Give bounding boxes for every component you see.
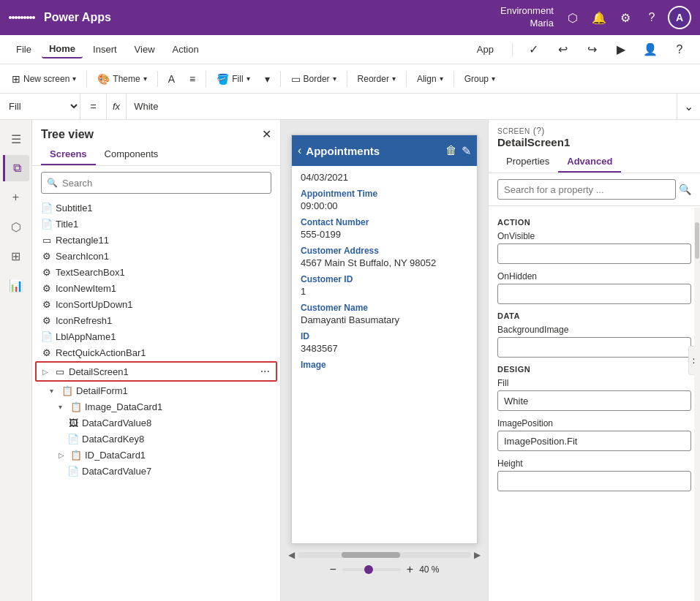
tree-item-subtitle1[interactable]: 📄 Subtitle1 <box>32 200 280 216</box>
zoom-slider[interactable] <box>342 568 401 571</box>
help-circle-icon[interactable]: (?) <box>533 126 545 136</box>
tab-advanced[interactable]: Advanced <box>558 151 621 173</box>
reorder-button[interactable]: Reorder ▾ <box>352 71 402 87</box>
reorder-caret: ▾ <box>392 75 396 83</box>
align-button[interactable]: Align ▾ <box>411 71 449 87</box>
sidebar-icon-plus[interactable]: + <box>3 184 29 211</box>
onvisible-field: OnVisible <box>497 231 691 264</box>
help-menu-icon[interactable]: ? <box>668 38 691 61</box>
tree-item-textsearchbox1[interactable]: ⚙ TextSearchBox1 <box>32 264 280 280</box>
tree-item-datacardkey8[interactable]: 📄 DataCardKey8 <box>32 431 280 447</box>
sidebar-icon-data[interactable]: ⬡ <box>3 213 29 240</box>
props-screen-name: DetailScreen1 <box>497 136 691 148</box>
help-icon[interactable]: ? <box>641 7 662 28</box>
tree-tab-screens[interactable]: Screens <box>41 144 96 165</box>
design-section-title: DESIGN <box>497 365 691 374</box>
toolbar-sep-6 <box>406 71 407 87</box>
sidebar-icon-menu[interactable]: ☰ <box>3 126 29 152</box>
formula-input[interactable] <box>127 94 677 119</box>
check-icon[interactable]: ✓ <box>522 38 545 61</box>
bell-icon[interactable]: 🔔 <box>589 7 609 28</box>
menu-home[interactable]: Home <box>42 40 83 58</box>
tree-item-searchicon1[interactable]: ⚙ SearchIcon1 <box>32 248 280 264</box>
new-screen-caret: ▾ <box>72 75 76 83</box>
tree-item-lblappname1[interactable]: 📄 LblAppName1 <box>32 328 280 344</box>
tree-item-iconnewitem1[interactable]: ⚙ IconNewItem1 <box>32 280 280 296</box>
detailscreen1-chevron: ▷ <box>42 368 51 376</box>
sidebar-icon-chart[interactable]: 📊 <box>3 272 29 298</box>
tree-item-title1[interactable]: 📄 Title1 <box>32 216 280 232</box>
phone-title: Appointments <box>306 145 441 157</box>
title1-label: Title1 <box>56 219 271 230</box>
tree-item-detailform1[interactable]: ▾ 📋 DetailForm1 <box>32 382 280 398</box>
sidebar-icon-tree[interactable]: ⧉ <box>3 155 29 181</box>
toolbar-sep-1 <box>86 71 87 87</box>
align-text-button[interactable]: ≡ <box>184 70 201 88</box>
font-button[interactable]: A <box>162 70 181 88</box>
backgroundimage-label: BackgroundImage <box>497 325 691 335</box>
edit-icon[interactable]: ✎ <box>462 144 471 158</box>
zoom-out-button[interactable]: − <box>329 563 336 576</box>
fill-input[interactable] <box>497 390 691 411</box>
canvas-hscrollbar[interactable] <box>298 552 471 558</box>
tree-item-detailscreen1[interactable]: ▷ ▭ DetailScreen1 ··· <box>35 361 277 382</box>
zoom-in-button[interactable]: + <box>407 563 413 576</box>
dropdown-button[interactable]: ▾ <box>259 70 276 88</box>
tree-search-wrap: 🔍 <box>41 172 271 194</box>
imageposition-input[interactable] <box>497 431 691 451</box>
tree-item-rectangle11[interactable]: ▭ Rectangle11 <box>32 232 280 248</box>
border-button[interactable]: ▭ Border ▾ <box>285 70 342 88</box>
tree-item-iconrefresh1[interactable]: ⚙ IconRefresh1 <box>32 312 280 328</box>
formula-property-select[interactable]: Fill <box>0 94 80 119</box>
person-icon[interactable]: 👤 <box>639 38 662 61</box>
scroll-left-icon[interactable]: ◀ <box>288 550 295 560</box>
backgroundimage-input[interactable] <box>497 337 691 358</box>
menu-view[interactable]: View <box>127 41 162 58</box>
canvas-frame: ‹ Appointments 🗑 ✎ 04/03/2021 Appointmen… <box>291 135 478 544</box>
user-avatar[interactable]: A <box>668 6 691 29</box>
props-search-input[interactable] <box>497 179 676 200</box>
height-input[interactable] <box>497 471 691 491</box>
sidebar-icons: ☰ ⧉ + ⬡ ⊞ 📊 <box>0 120 32 601</box>
tree-header: Tree view ✕ <box>32 120 280 144</box>
fill-button[interactable]: 🪣 Fill ▾ <box>211 70 255 88</box>
group-button[interactable]: Group ▾ <box>459 71 501 87</box>
onhidden-input[interactable] <box>497 284 691 304</box>
detailform1-icon: 📋 <box>61 385 73 396</box>
new-screen-button[interactable]: ⊞ New screen ▾ <box>6 70 82 88</box>
formula-fx-button[interactable]: fx <box>107 94 127 119</box>
tree-search-input[interactable] <box>41 172 271 194</box>
sidebar-icon-connect[interactable]: ⊞ <box>3 243 29 269</box>
rectangle11-icon: ▭ <box>41 234 53 246</box>
subtitle1-icon: 📄 <box>41 202 53 213</box>
play-icon[interactable]: ▶ <box>609 38 633 61</box>
menu-file[interactable]: File <box>9 41 39 58</box>
menu-action[interactable]: Action <box>165 41 206 58</box>
props-screen-label: SCREEN (?) <box>497 126 691 136</box>
tree-item-datacardvalue7[interactable]: 📄 DataCardValue7 <box>32 463 280 479</box>
tree-item-iconsortupdown1[interactable]: ⚙ IconSortUpDown1 <box>32 296 280 312</box>
tree-item-id-datacard1[interactable]: ▷ 📋 ID_DataCard1 <box>32 447 280 463</box>
datacardkey8-label: DataCardKey8 <box>82 434 271 445</box>
settings-icon[interactable]: ⚙ <box>615 7 636 28</box>
tree-tab-components[interactable]: Components <box>96 144 168 165</box>
tree-item-rectquickactionbar1[interactable]: ⚙ RectQuickActionBar1 <box>32 344 280 360</box>
tab-properties[interactable]: Properties <box>497 151 558 173</box>
onvisible-input[interactable] <box>497 243 691 264</box>
scroll-right-icon[interactable]: ▶ <box>474 550 481 560</box>
tree-item-image-datacard1[interactable]: ▾ 📋 Image_DataCard1 <box>32 398 280 415</box>
detailscreen1-menu[interactable]: ··· <box>260 365 270 378</box>
tree-close-button[interactable]: ✕ <box>262 127 271 141</box>
undo-icon[interactable]: ↩ <box>551 38 574 61</box>
redo-icon[interactable]: ↪ <box>580 38 603 61</box>
tree-item-datacardvalue8[interactable]: 🖼 DataCardValue8 <box>32 415 280 431</box>
menu-insert[interactable]: Insert <box>86 41 124 58</box>
detailform1-chevron: ▾ <box>50 387 59 395</box>
theme-button[interactable]: 🎨 Theme ▾ <box>91 70 152 88</box>
back-button[interactable]: ‹ <box>298 144 301 157</box>
app-menu-dots[interactable] <box>9 16 35 19</box>
delete-icon[interactable]: 🗑 <box>445 144 457 158</box>
connect-icon[interactable]: ⬡ <box>562 7 583 28</box>
formula-expand-button[interactable]: ⌄ <box>677 94 700 119</box>
app-button[interactable]: App <box>467 40 503 58</box>
